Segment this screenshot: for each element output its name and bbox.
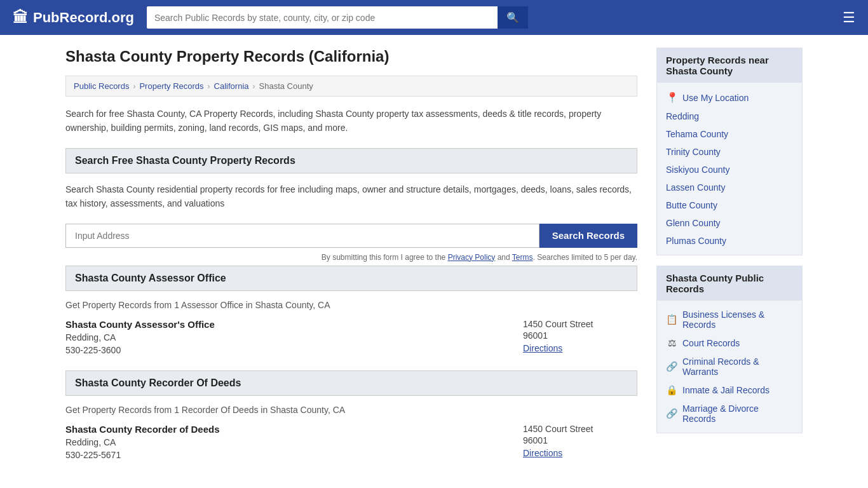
assessor-office-card: Shasta County Assessor's Office Redding,… (65, 319, 637, 355)
search-icon: 🔍 (506, 12, 519, 23)
logo[interactable]: 🏛 PubRecord.org (13, 9, 134, 27)
business-licenses-link[interactable]: Business Licenses & Records (682, 309, 793, 330)
page-title: Shasta County Property Records (Californ… (65, 48, 637, 65)
breadcrumb-link-california[interactable]: California (214, 81, 249, 91)
search-records-button[interactable]: Search Records (539, 224, 637, 248)
breadcrumb-current: Shasta County (259, 81, 313, 91)
marriage-records-link[interactable]: Marriage & Divorce Records (682, 403, 793, 424)
nearby-records-box: Property Records near Shasta County 📍 Us… (656, 48, 803, 255)
recorder-office-name: Shasta County Recorder of Deeds (65, 424, 510, 435)
list-item[interactable]: Butte County (657, 196, 802, 214)
list-item[interactable]: 📋 Business Licenses & Records (657, 306, 802, 334)
nearby-link-tehama[interactable]: Tehama County (666, 129, 728, 139)
recorder-section: Shasta County Recorder Of Deeds Get Prop… (65, 370, 637, 460)
recorder-zip: 96001 (523, 435, 637, 445)
use-location-item[interactable]: 📍 Use My Location (657, 88, 802, 107)
use-location-link[interactable]: Use My Location (682, 93, 749, 103)
assessor-address-block: 1450 Court Street 96001 Directions (523, 319, 637, 355)
breadcrumb-sep-1: › (133, 82, 135, 91)
list-item[interactable]: ⚖ Court Records (657, 334, 802, 353)
page-container: Shasta County Property Records (Californ… (53, 35, 815, 488)
recorder-office-info: Shasta County Recorder of Deeds Redding,… (65, 424, 510, 460)
logo-icon: 🏛 (13, 9, 28, 27)
search-row: Search Records (65, 224, 637, 248)
privacy-policy-link[interactable]: Privacy Policy (448, 253, 496, 262)
nearby-records-heading: Property Records near Shasta County (657, 48, 802, 83)
marriage-icon: 🔗 (666, 408, 677, 419)
assessor-description: Get Property Records from 1 Assessor Off… (65, 300, 637, 310)
disclaimer-text: By submitting this form I agree to the (322, 253, 448, 262)
recorder-office-city: Redding, CA (65, 437, 510, 447)
assessor-office-name: Shasta County Assessor's Office (65, 319, 510, 330)
recorder-directions-link[interactable]: Directions (523, 448, 562, 458)
inmate-records-link[interactable]: Inmate & Jail Records (682, 385, 770, 395)
breadcrumb-link-property-records[interactable]: Property Records (139, 81, 203, 91)
public-records-box: Shasta County Public Records 📋 Business … (656, 266, 803, 433)
assessor-directions-link[interactable]: Directions (523, 343, 562, 353)
breadcrumb-sep-2: › (208, 82, 210, 91)
breadcrumb-sep-3: › (253, 82, 255, 91)
criminal-records-link[interactable]: Criminal Records & Warrants (682, 356, 793, 377)
location-icon: 📍 (666, 92, 679, 104)
assessor-office-phone: 530-225-3600 (65, 345, 510, 355)
public-records-heading: Shasta County Public Records (657, 266, 802, 301)
page-description: Search for free Shasta County, CA Proper… (65, 107, 637, 135)
list-item[interactable]: Plumas County (657, 232, 802, 250)
search-sub-description: Search Shasta County residential propert… (65, 182, 637, 211)
jail-icon: 🔒 (666, 384, 677, 396)
main-content: Shasta County Property Records (Californ… (65, 48, 637, 475)
court-icon: ⚖ (666, 337, 677, 349)
briefcase-icon: 📋 (666, 314, 677, 325)
search-section-header: Search Free Shasta County Property Recor… (65, 148, 637, 173)
public-records-list: 📋 Business Licenses & Records ⚖ Court Re… (657, 301, 802, 433)
sidebar: Property Records near Shasta County 📍 Us… (656, 48, 803, 475)
nearby-link-redding[interactable]: Redding (666, 111, 699, 121)
search-form: Search Records By submitting this form I… (65, 224, 637, 262)
nearby-records-list: 📍 Use My Location Redding Tehama County … (657, 83, 802, 255)
criminal-icon: 🔗 (666, 361, 677, 372)
list-item[interactable]: 🔗 Marriage & Divorce Records (657, 400, 802, 428)
nearby-link-trinity[interactable]: Trinity County (666, 147, 721, 157)
nearby-link-plumas[interactable]: Plumas County (666, 236, 726, 246)
list-item[interactable]: Lassen County (657, 179, 802, 196)
list-item[interactable]: Trinity County (657, 143, 802, 161)
list-item[interactable]: Redding (657, 107, 802, 125)
terms-link[interactable]: Terms (512, 253, 533, 262)
form-disclaimer: By submitting this form I agree to the P… (65, 253, 637, 262)
header-search-button[interactable]: 🔍 (498, 6, 528, 29)
recorder-section-header: Shasta County Recorder Of Deeds (65, 370, 637, 396)
recorder-description: Get Property Records from 1 Recorder Of … (65, 405, 637, 415)
assessor-office-info: Shasta County Assessor's Office Redding,… (65, 319, 510, 355)
list-item[interactable]: 🔗 Criminal Records & Warrants (657, 353, 802, 381)
recorder-office-phone: 530-225-5671 (65, 450, 510, 460)
recorder-office-card: Shasta County Recorder of Deeds Redding,… (65, 424, 637, 460)
header-search-bar: 🔍 (147, 6, 528, 29)
recorder-address-block: 1450 Court Street 96001 Directions (523, 424, 637, 460)
logo-text: PubRecord.org (33, 10, 134, 26)
assessor-zip: 96001 (523, 330, 637, 341)
court-records-link[interactable]: Court Records (682, 338, 740, 348)
nearby-link-siskiyou[interactable]: Siskiyou County (666, 165, 729, 175)
list-item[interactable]: Glenn County (657, 214, 802, 232)
nearby-link-lassen[interactable]: Lassen County (666, 182, 725, 193)
assessor-section-header: Shasta County Assessor Office (65, 266, 637, 291)
list-item[interactable]: Siskiyou County (657, 161, 802, 179)
header-search-input[interactable] (147, 6, 498, 29)
hamburger-icon: ☰ (843, 10, 855, 25)
assessor-office-city: Redding, CA (65, 332, 510, 342)
address-input[interactable] (65, 224, 539, 248)
assessor-section: Shasta County Assessor Office Get Proper… (65, 266, 637, 355)
hamburger-button[interactable]: ☰ (843, 10, 855, 26)
list-item[interactable]: Tehama County (657, 125, 802, 143)
header: 🏛 PubRecord.org 🔍 ☰ (0, 0, 868, 35)
breadcrumb-link-public-records[interactable]: Public Records (74, 81, 129, 91)
nearby-link-butte[interactable]: Butte County (666, 200, 717, 210)
recorder-street: 1450 Court Street (523, 424, 637, 434)
assessor-street: 1450 Court Street (523, 319, 637, 329)
list-item[interactable]: 🔒 Inmate & Jail Records (657, 381, 802, 400)
limit-text: . Searches limited to 5 per day. (532, 253, 637, 262)
breadcrumb: Public Records › Property Records › Cali… (65, 76, 637, 97)
and-text: and (495, 253, 512, 262)
nearby-link-glenn[interactable]: Glenn County (666, 218, 721, 228)
